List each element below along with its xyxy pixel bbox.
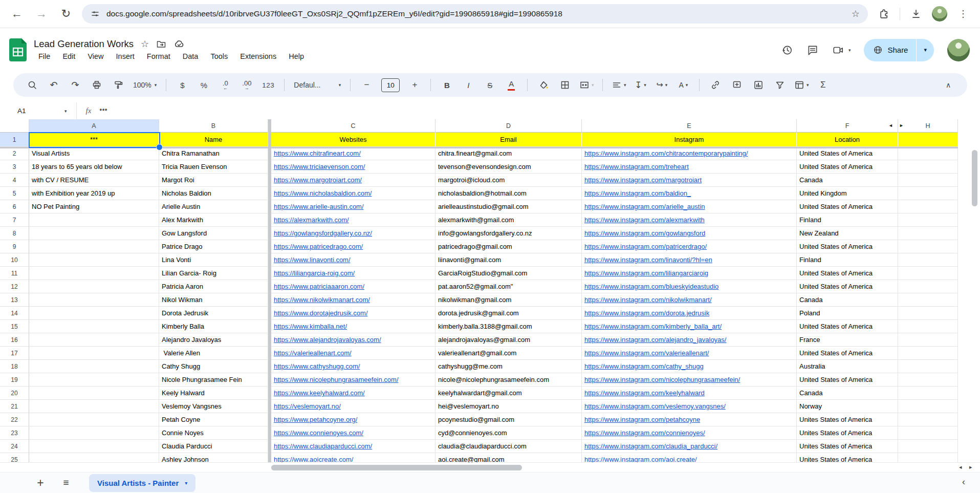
increase-font-button[interactable]: + xyxy=(405,77,424,93)
cell-H5[interactable] xyxy=(898,187,958,200)
row-number-8[interactable]: 8 xyxy=(0,227,29,240)
cell-H1[interactable] xyxy=(898,133,958,147)
cell-C14[interactable]: https://www.dorotajedrusik.com/ xyxy=(271,307,435,320)
cell-B23[interactable]: Connie Noyes xyxy=(159,426,268,440)
selection-fill-handle[interactable] xyxy=(156,144,163,151)
cell-B14[interactable]: Dorota Jedrusik xyxy=(159,307,268,320)
cell-H25[interactable] xyxy=(898,453,958,462)
cell-A22[interactable] xyxy=(29,413,159,426)
sheets-logo[interactable] xyxy=(9,38,27,61)
cell-A6[interactable]: NO Pet Painting xyxy=(29,200,159,213)
cell-B22[interactable]: Petah Coyne xyxy=(159,413,268,426)
cell-B18[interactable]: Cathy Shugg xyxy=(159,360,268,373)
cell-D25[interactable]: aoi.create@gmail.com xyxy=(435,453,582,462)
vertical-scrollbar-thumb[interactable] xyxy=(972,150,977,206)
cell-A23[interactable] xyxy=(29,426,159,440)
strikethrough-button[interactable]: S xyxy=(480,77,499,93)
menu-tools[interactable]: Tools xyxy=(206,51,232,61)
cell-C21[interactable]: https://veslemoyart.no/ xyxy=(271,400,435,413)
cell-B5[interactable]: Nicholas Baldion xyxy=(159,187,268,200)
cell-D12[interactable]: pat.aaron52@gmail.com" xyxy=(435,280,582,293)
cell-E1[interactable]: Instagram xyxy=(582,133,797,147)
cell-D2[interactable]: chitra.fineart@gmail.com xyxy=(435,147,582,160)
cell-E15[interactable]: https://www.instagram.com/kimberly_balla… xyxy=(582,320,797,333)
row-number-12[interactable]: 12 xyxy=(0,280,29,293)
menu-edit[interactable]: Edit xyxy=(58,51,80,61)
cell-F7[interactable]: Finland xyxy=(797,213,898,227)
cell-H12[interactable] xyxy=(898,280,958,293)
cell-A1[interactable]: *** xyxy=(29,133,159,147)
cell-H18[interactable] xyxy=(898,360,958,373)
cell-B6[interactable]: Arielle Austin xyxy=(159,200,268,213)
cell-E23[interactable]: https://www.instagram.com/connienoyes/ xyxy=(582,426,797,440)
cell-H4[interactable] xyxy=(898,174,958,187)
cell-A8[interactable] xyxy=(29,227,159,240)
star-doc-icon[interactable]: ☆ xyxy=(141,38,149,50)
text-wrap-button[interactable]: ↪ ▾ xyxy=(652,77,671,93)
increase-decimal-button[interactable]: .00→ xyxy=(237,77,256,93)
cell-C17[interactable]: https://valerieallenart.com/ xyxy=(271,347,435,360)
row-number-25[interactable]: 25 xyxy=(0,453,29,462)
cell-E14[interactable]: https://www.instagram.com/dorota.jedrusi… xyxy=(582,307,797,320)
cell-B25[interactable]: Ashley Johnson xyxy=(159,453,268,462)
cell-C22[interactable]: https://www.petahcoyne.org/ xyxy=(271,413,435,426)
row-number-17[interactable]: 17 xyxy=(0,347,29,360)
cell-H16[interactable] xyxy=(898,333,958,347)
insert-link-button[interactable] xyxy=(706,77,725,93)
menu-data[interactable]: Data xyxy=(178,51,203,61)
cell-B16[interactable]: Alejandro Javaloyas xyxy=(159,333,268,347)
zoom-select[interactable]: 100%▾ xyxy=(130,77,160,93)
cell-D24[interactable]: claudia@claudiaparducci.com xyxy=(435,440,582,453)
cell-A2[interactable]: Visual Artists xyxy=(29,147,159,160)
menu-file[interactable]: File xyxy=(34,51,55,61)
bookmark-star-icon[interactable]: ☆ xyxy=(852,8,860,19)
cell-C8[interactable]: https://gowlangsfordgallery.co.nz/ xyxy=(271,227,435,240)
row-number-5[interactable]: 5 xyxy=(0,187,29,200)
print-button[interactable] xyxy=(87,77,106,93)
cell-B2[interactable]: Chitra Ramanathan xyxy=(159,147,268,160)
row-number-11[interactable]: 11 xyxy=(0,267,29,280)
cell-E10[interactable]: https://www.instagram.com/linavonti/?hl=… xyxy=(582,253,797,267)
cell-D11[interactable]: GarciaRoigStudio@gmail.com xyxy=(435,267,582,280)
cell-E6[interactable]: https://www.instagram.com/arielle_austin xyxy=(582,200,797,213)
font-select[interactable]: Defaul...▾ xyxy=(291,77,344,93)
row-number-18[interactable]: 18 xyxy=(0,360,29,373)
cell-H9[interactable] xyxy=(898,240,958,253)
menu-help[interactable]: Help xyxy=(284,51,309,61)
undo-button[interactable]: ↶ xyxy=(44,77,63,93)
scroll-tabs-left-icon[interactable]: ‹ xyxy=(962,477,965,487)
cell-E17[interactable]: https://www.instagram.com/valerieallenar… xyxy=(582,347,797,360)
cell-B15[interactable]: Kimberly Balla xyxy=(159,320,268,333)
cell-F3[interactable]: United States of America xyxy=(797,160,898,174)
cell-A11[interactable] xyxy=(29,267,159,280)
cell-B3[interactable]: Tricia Rauen Evenson xyxy=(159,160,268,174)
cell-A13[interactable] xyxy=(29,293,159,307)
cell-C12[interactable]: https://www.patriciaaaron.com/ xyxy=(271,280,435,293)
cell-D16[interactable]: alejandrojavaloyas@gmail.com xyxy=(435,333,582,347)
row-number-10[interactable]: 10 xyxy=(0,253,29,267)
cell-A7[interactable] xyxy=(29,213,159,227)
cell-A17[interactable] xyxy=(29,347,159,360)
row-number-23[interactable]: 23 xyxy=(0,426,29,440)
row-number-1[interactable]: 1 xyxy=(0,133,29,147)
menu-format[interactable]: Format xyxy=(142,51,175,61)
row-number-20[interactable]: 20 xyxy=(0,387,29,400)
move-folder-icon[interactable] xyxy=(156,39,166,49)
cell-E8[interactable]: https://www.instagram.com/gowlangsford xyxy=(582,227,797,240)
create-filter-button[interactable] xyxy=(770,77,790,93)
cell-B12[interactable]: Patricia Aaron xyxy=(159,280,268,293)
table-views-button[interactable]: ▾ xyxy=(792,77,811,93)
cell-B24[interactable]: Claudia Parducci xyxy=(159,440,268,453)
cell-H23[interactable] xyxy=(898,426,958,440)
row-number-22[interactable]: 22 xyxy=(0,413,29,426)
url-bar[interactable]: docs.google.com/spreadsheets/d/10ribrveG… xyxy=(82,4,868,24)
text-rotation-button[interactable]: A ▾ xyxy=(673,77,693,93)
cell-D6[interactable]: arielleaustinstudio@gmail.com xyxy=(435,200,582,213)
cell-F12[interactable]: United States of America xyxy=(797,280,898,293)
cell-F6[interactable]: United States of America xyxy=(797,200,898,213)
camera-dropdown-icon[interactable]: ▾ xyxy=(848,48,851,53)
font-size-input[interactable]: 10 xyxy=(381,78,400,92)
cell-D10[interactable]: liinavonti@gmail.com xyxy=(435,253,582,267)
cell-C16[interactable]: https://www.alejandrojavaloyas.com/ xyxy=(271,333,435,347)
col-header-E[interactable]: E xyxy=(582,119,797,133)
